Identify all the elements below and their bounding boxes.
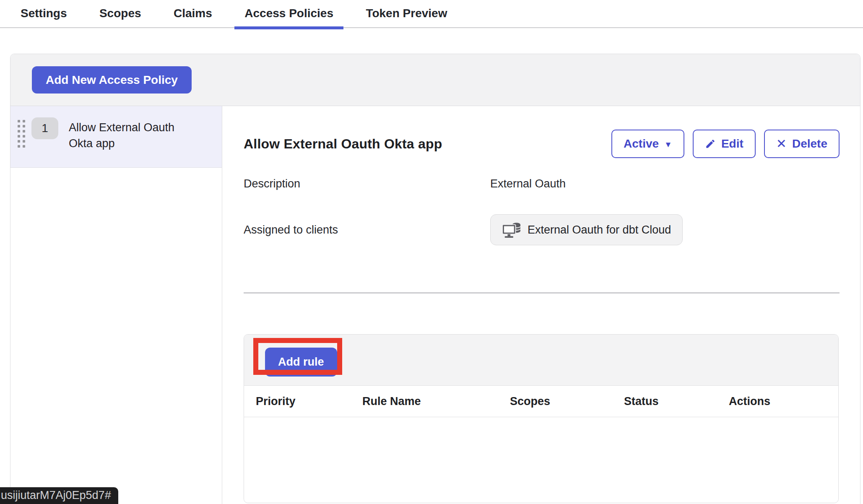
column-header-actions: Actions [729, 395, 838, 408]
policy-title-row: Allow External Oauth Okta app Active ▼ E… [244, 130, 840, 158]
rules-panel-header: Add rule [244, 335, 838, 386]
status-dropdown-label: Active [624, 137, 659, 151]
tab-access-policies[interactable]: Access Policies [234, 0, 343, 27]
edit-policy-button[interactable]: Edit [693, 130, 756, 158]
tab-token-preview[interactable]: Token Preview [356, 0, 457, 27]
drag-handle-icon[interactable] [18, 120, 25, 148]
column-header-status: Status [624, 395, 729, 408]
tab-scopes-label: Scopes [99, 7, 141, 20]
delete-button-label: Delete [792, 137, 827, 151]
column-header-scopes: Scopes [510, 395, 624, 408]
tab-access-policies-label: Access Policies [244, 7, 333, 20]
policy-name-label: Allow External Oauth Okta app [69, 120, 188, 151]
panel-body: 1 Allow External Oauth Okta app Allow Ex… [10, 106, 860, 504]
assigned-clients-label: Assigned to clients [244, 223, 490, 236]
tab-settings[interactable]: Settings [10, 0, 77, 27]
tab-scopes[interactable]: Scopes [89, 0, 151, 27]
edit-button-label: Edit [721, 137, 743, 151]
tab-bar: Settings Scopes Claims Access Policies T… [0, 0, 863, 28]
link-preview-statusbar: usijiutarM7Aj0Ep5d7# [0, 487, 118, 504]
add-new-access-policy-button[interactable]: Add New Access Policy [32, 66, 192, 94]
policy-detail-content: Allow External Oauth Okta app Active ▼ E… [222, 106, 860, 504]
pencil-icon [705, 138, 716, 149]
description-label: Description [244, 177, 490, 190]
client-app-icon [502, 221, 521, 239]
tab-claims[interactable]: Claims [164, 0, 222, 27]
column-header-rule-name: Rule Name [362, 395, 510, 408]
tab-settings-label: Settings [21, 7, 67, 20]
policy-list-item-selected[interactable]: 1 Allow External Oauth Okta app [10, 106, 222, 168]
delete-policy-button[interactable]: ✕ Delete [764, 130, 840, 158]
access-policies-panel: Add New Access Policy 1 Allow External O… [10, 54, 860, 504]
chevron-down-icon: ▼ [664, 140, 672, 149]
client-chip-label: External Oauth for dbt Cloud [528, 223, 671, 236]
policy-action-buttons: Active ▼ Edit ✕ Delete [611, 130, 840, 158]
rules-table-header: Priority Rule Name Scopes Status Actions [244, 386, 838, 417]
link-preview-text: usijiutarM7Aj0Ep5d7# [1, 489, 111, 502]
client-chip[interactable]: External Oauth for dbt Cloud [490, 214, 683, 245]
rules-panel: Add rule Priority Rule Name Scopes Statu… [244, 334, 839, 503]
section-divider [244, 292, 840, 294]
description-value: External Oauth [490, 177, 566, 190]
status-dropdown-button[interactable]: Active ▼ [611, 130, 684, 158]
panel-header: Add New Access Policy [10, 54, 860, 106]
policy-list-sidebar: 1 Allow External Oauth Okta app [10, 106, 222, 504]
tab-token-preview-label: Token Preview [366, 7, 447, 20]
add-rule-button[interactable]: Add rule [265, 348, 337, 377]
tab-claims-label: Claims [174, 7, 212, 20]
close-icon: ✕ [776, 136, 787, 151]
assigned-clients-row: Assigned to clients [244, 214, 840, 245]
description-row: Description External Oauth [244, 177, 840, 190]
column-header-priority: Priority [256, 395, 362, 408]
policy-priority-badge: 1 [31, 117, 58, 139]
rules-table-empty-body [244, 417, 838, 503]
policy-title: Allow External Oauth Okta app [244, 136, 442, 152]
